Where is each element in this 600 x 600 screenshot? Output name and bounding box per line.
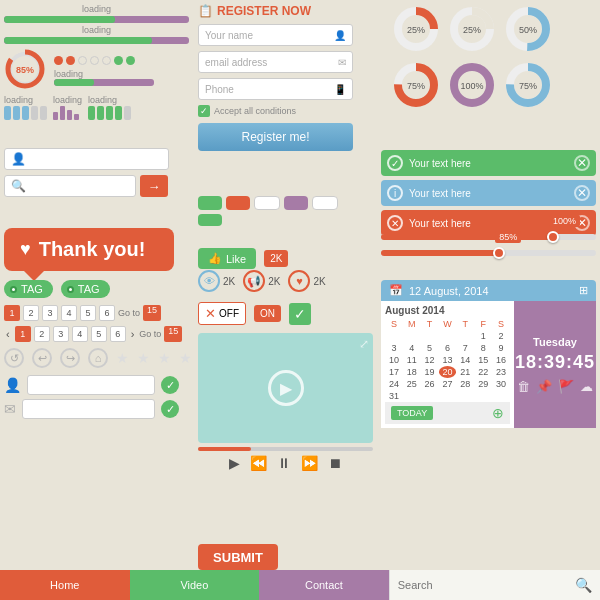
cal-cell[interactable]: 25	[403, 378, 421, 390]
phone-field[interactable]: Phone 📱	[198, 78, 353, 100]
accept-checkbox[interactable]: ✓	[198, 105, 210, 117]
star-icon-4[interactable]: ★	[179, 350, 192, 366]
page2-1[interactable]: 1	[15, 326, 31, 342]
page-6[interactable]: 6	[99, 305, 115, 321]
cal-cell[interactable]: 28	[456, 378, 474, 390]
cal-cell[interactable]: 30	[492, 378, 510, 390]
speaker-icon[interactable]: 📢	[243, 270, 265, 292]
cal-cell[interactable]: 10	[385, 354, 403, 366]
search-go-button[interactable]: →	[140, 175, 168, 197]
video-progress-bar[interactable]	[198, 447, 373, 451]
page-2[interactable]: 2	[23, 305, 39, 321]
check-button[interactable]: ✓	[289, 303, 311, 325]
notif-close-2[interactable]: ✕	[574, 185, 590, 201]
pin-icon[interactable]: 📌	[536, 379, 552, 394]
nav-search[interactable]: 🔍	[389, 570, 600, 600]
cal-cell[interactable]: 27	[439, 378, 457, 390]
cal-cell[interactable]: 9	[492, 342, 510, 354]
search-box-1[interactable]: 👤	[4, 148, 169, 170]
search-box-2[interactable]: 🔍	[4, 175, 136, 197]
user-field-1[interactable]	[27, 375, 155, 395]
cloud-icon[interactable]: ☁	[580, 379, 593, 394]
name-field[interactable]: Your name 👤	[198, 24, 353, 46]
heart-icon-count[interactable]: ♥	[288, 270, 310, 292]
goto-input[interactable]: 15	[143, 305, 161, 321]
cal-cell[interactable]: 1	[474, 330, 492, 342]
next-arrow[interactable]: ›	[129, 328, 137, 340]
tag-1[interactable]: TAG	[4, 280, 53, 298]
forward-icon-btn[interactable]: ↪	[60, 348, 80, 368]
cal-cell[interactable]: 26	[421, 378, 439, 390]
stop-control[interactable]: ⏹	[328, 455, 342, 471]
expand-icon[interactable]: ⤢	[359, 337, 369, 351]
tab-button-3[interactable]	[254, 196, 280, 210]
nav-home[interactable]: Home	[0, 570, 130, 600]
star-icon-2[interactable]: ★	[137, 350, 150, 366]
notif-close-1[interactable]: ✕	[574, 155, 590, 171]
page-4[interactable]: 4	[61, 305, 77, 321]
cal-cell[interactable]: 4	[403, 342, 421, 354]
cal-cell[interactable]: 15	[474, 354, 492, 366]
prev-arrow[interactable]: ‹	[4, 328, 12, 340]
cal-cell[interactable]: 7	[456, 342, 474, 354]
cal-cell[interactable]: 22	[474, 366, 492, 378]
cal-cell[interactable]: 14	[456, 354, 474, 366]
fastforward-control[interactable]: ⏩	[301, 455, 318, 471]
cal-cell[interactable]: 19	[421, 366, 439, 378]
rewind-control[interactable]: ⏪	[250, 455, 267, 471]
tab-button-6[interactable]	[198, 214, 222, 226]
page2-3[interactable]: 3	[53, 326, 69, 342]
tab-button-2[interactable]	[226, 196, 250, 210]
eye-icon[interactable]: 👁	[198, 270, 220, 292]
add-event-icon[interactable]: ⊕	[492, 405, 504, 421]
play-button[interactable]: ▶	[268, 370, 304, 406]
nav-search-input[interactable]	[398, 579, 571, 591]
goto-input-2[interactable]: 15	[164, 326, 182, 342]
cal-cell[interactable]: 23	[492, 366, 510, 378]
star-icon[interactable]: ★	[116, 350, 129, 366]
cal-cell[interactable]: 3	[385, 342, 403, 354]
cal-cell[interactable]: 16	[492, 354, 510, 366]
trash-icon[interactable]: 🗑	[517, 379, 530, 394]
star-icon-3[interactable]: ★	[158, 350, 171, 366]
cal-cell[interactable]: 6	[439, 342, 457, 354]
cal-cell[interactable]: 29	[474, 378, 492, 390]
register-button[interactable]: Register me!	[198, 123, 353, 151]
toggle-off[interactable]: ✕ OFF	[198, 302, 246, 325]
slider-1-thumb[interactable]: 100%	[547, 231, 559, 243]
page-1[interactable]: 1	[4, 305, 20, 321]
cal-cell[interactable]: 8	[474, 342, 492, 354]
slider-2-thumb[interactable]: 85%	[493, 247, 505, 259]
cal-cell[interactable]: 13	[439, 354, 457, 366]
page2-6[interactable]: 6	[110, 326, 126, 342]
page-5[interactable]: 5	[80, 305, 96, 321]
cal-cell[interactable]: 11	[403, 354, 421, 366]
home-icon-btn[interactable]: ⌂	[88, 348, 108, 368]
grid-icon[interactable]: ⊞	[579, 284, 588, 297]
nav-contact[interactable]: Contact	[259, 570, 389, 600]
check-circle-1[interactable]: ✓	[161, 376, 179, 394]
cal-cell[interactable]: 21	[456, 366, 474, 378]
page2-5[interactable]: 5	[91, 326, 107, 342]
cal-cell[interactable]: 18	[403, 366, 421, 378]
page-3[interactable]: 3	[42, 305, 58, 321]
email-field[interactable]: email address ✉	[198, 51, 353, 73]
slider-2[interactable]: 85%	[381, 250, 596, 256]
cal-cell[interactable]: 12	[421, 354, 439, 366]
flag-icon[interactable]: 🚩	[558, 379, 574, 394]
cal-today-cell[interactable]: 20	[439, 366, 457, 378]
cal-cell[interactable]: 17	[385, 366, 403, 378]
back-icon-btn[interactable]: ↩	[32, 348, 52, 368]
user-field-2[interactable]	[22, 399, 155, 419]
check-circle-2[interactable]: ✓	[161, 400, 179, 418]
slider-1[interactable]: 100%	[381, 234, 596, 240]
tab-button-1[interactable]	[198, 196, 222, 210]
page2-2[interactable]: 2	[34, 326, 50, 342]
toggle-on[interactable]: ON	[254, 305, 281, 322]
refresh-icon-btn[interactable]: ↺	[4, 348, 24, 368]
cal-cell[interactable]: 31	[385, 390, 403, 402]
cal-cell[interactable]: 5	[421, 342, 439, 354]
nav-video[interactable]: Video	[130, 570, 260, 600]
tab-button-4[interactable]	[284, 196, 308, 210]
cal-cell[interactable]: 2	[492, 330, 510, 342]
